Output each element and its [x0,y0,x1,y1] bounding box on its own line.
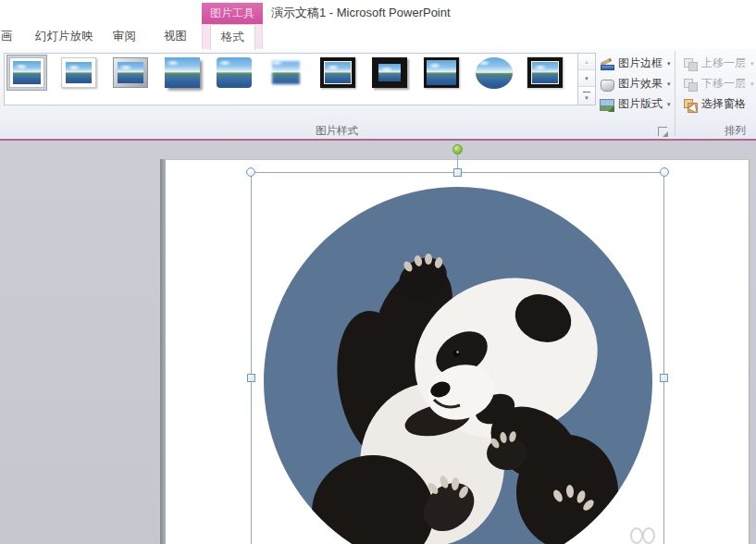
gallery-style-simple-black-frame[interactable] [424,57,459,88]
bring-forward-icon [683,56,698,71]
landscape-thumbnail [268,57,304,88]
watermark-oval [630,527,643,544]
landscape-thumbnail [427,60,456,85]
resize-handle-top-right[interactable] [660,167,669,177]
selection-pane-icon [683,97,698,112]
resize-handle-middle-left[interactable] [247,374,255,382]
cursor-arrow-icon [688,104,699,114]
picture-border-button[interactable]: 图片边框 ▾ [598,54,677,73]
gallery-style-shadow-rect[interactable] [165,57,200,88]
gallery-style-double-black-frame[interactable] [320,57,355,88]
gallery-style-metal-frame[interactable] [113,57,148,88]
bring-forward-label: 上移一层 [701,56,746,71]
landscape-thumbnail [66,62,92,83]
picture-border-label: 图片边框 [618,56,663,71]
picture-styles-group-label: 图片样式 [0,124,674,138]
landscape-thumbnail [325,62,351,83]
tab-format[interactable]: 格式 [210,24,255,50]
picture-effects-label: 图片效果 [618,76,663,92]
chevron-down-icon: ▾ [667,101,671,108]
dialog-launcher-icon[interactable] [658,127,667,136]
gallery-style-thick-black-frame[interactable] [372,57,407,88]
picture-effects-button[interactable]: 图片效果 ▾ [598,74,677,93]
resize-handle-top-left[interactable] [246,167,255,177]
landscape-thumbnail [165,57,200,88]
gallery-style-white-frame[interactable] [61,57,96,88]
gallery-scroll-down-icon[interactable]: ▼ [578,70,595,87]
send-backward-icon [683,77,698,92]
rotation-handle[interactable] [452,144,463,155]
chevron-down-icon: ▾ [667,60,671,68]
powerpoint-window: 图片工具 演示文稿1 - Microsoft PowerPoint 画 幻灯片放… [0,0,756,544]
resize-handle-top-center[interactable] [453,168,462,177]
selection-bounding-box [251,172,664,544]
landscape-thumbnail [476,57,513,89]
gallery-style-simple-frame[interactable] [9,57,44,88]
landscape-thumbnail [217,57,252,88]
bring-forward-button[interactable]: 上移一层 ▾ [681,54,756,73]
tab-view[interactable]: 视图 [164,23,187,49]
landscape-thumbnail [532,62,558,83]
tab-animations-partial[interactable]: 画 [1,23,13,49]
tab-review[interactable]: 审阅 [113,23,136,49]
gallery-more-icon[interactable]: ▼ [578,87,595,105]
picture-layout-icon [600,97,614,112]
selection-pane-button[interactable]: 选择窗格 [681,94,756,114]
picture-style-gallery: ▲ ▼ ▼ [4,53,596,105]
gallery-scrollbar: ▲ ▼ ▼ [577,54,595,105]
watermark-oval [642,527,655,544]
gallery-style-reflected-rounded[interactable] [217,57,252,88]
gallery-style-soft-edge[interactable] [268,57,304,88]
window-title: 演示文稿1 - Microsoft PowerPoint [271,5,451,21]
picture-tools-contextual-header[interactable]: 图片工具 [202,3,263,24]
picture-effects-icon [600,77,614,92]
gallery-style-compound-black-frame[interactable] [527,57,563,88]
ribbon: ▲ ▼ ▼ 图片边框 ▾ 图片效果 ▾ 图片版式 ▾ 上移一层 ▾ [0,49,756,141]
gallery-scroll-up-icon[interactable]: ▲ [578,54,595,70]
landscape-thumbnail [13,61,41,84]
send-backward-label: 下移一层 [701,76,746,92]
tab-slideshow[interactable]: 幻灯片放映 [35,23,93,49]
picture-layout-label: 图片版式 [618,96,663,112]
chevron-down-icon: ▾ [750,80,754,88]
picture-layout-button[interactable]: 图片版式 ▾ [598,94,677,114]
arrange-group-label: 排列 [725,124,746,138]
send-backward-button[interactable]: 下移一层 ▾ [681,74,756,93]
picture-border-icon [600,56,614,71]
landscape-thumbnail [118,62,143,83]
landscape-thumbnail [378,64,401,81]
gallery-style-bevel-oval[interactable] [476,57,513,89]
chevron-down-icon: ▾ [750,60,754,68]
slide-editor-area[interactable] [0,141,756,544]
chevron-down-icon: ▾ [667,80,671,88]
resize-handle-middle-right[interactable] [660,374,668,382]
selection-pane-label: 选择窗格 [701,96,746,112]
group-separator [675,51,675,137]
